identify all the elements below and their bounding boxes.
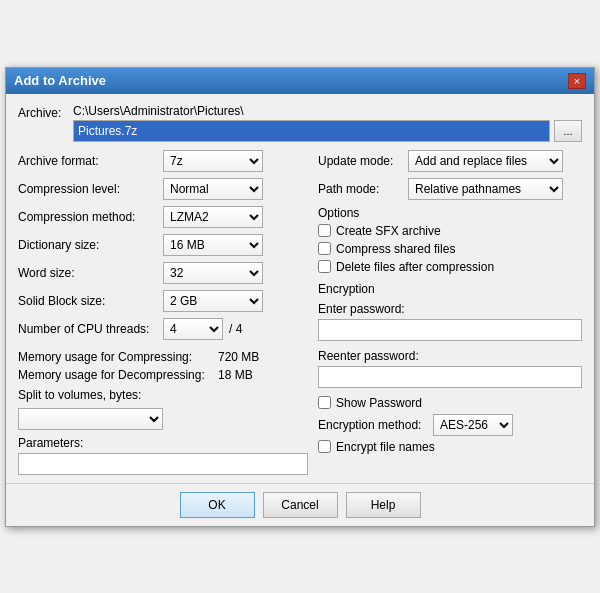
enc-method-row: Encryption method: AES-256 — [318, 414, 582, 436]
encryption-title: Encryption — [318, 282, 582, 296]
reenter-password-input[interactable] — [318, 366, 582, 388]
memory-decompress-label: Memory usage for Decompressing: — [18, 368, 218, 382]
compress-shared-row: Compress shared files — [318, 242, 582, 256]
show-password-row: Show Password — [318, 396, 582, 410]
split-row: Split to volumes, bytes: — [18, 388, 308, 402]
path-mode-row: Path mode: Relative pathnames — [318, 178, 582, 200]
archive-label: Archive: — [18, 104, 73, 120]
compression-method-label: Compression method: — [18, 210, 163, 224]
word-size-row: Word size: 32 — [18, 262, 308, 284]
cpu-threads-row: Number of CPU threads: 4 / 4 — [18, 318, 308, 340]
compress-shared-checkbox[interactable] — [318, 242, 331, 255]
main-content: Archive format: 7z Compression level: No… — [18, 150, 582, 475]
close-button[interactable]: × — [568, 73, 586, 89]
add-to-archive-dialog: Add to Archive × Archive: C:\Users\Admin… — [5, 67, 595, 527]
dictionary-size-row: Dictionary size: 16 MB — [18, 234, 308, 256]
show-password-label: Show Password — [336, 396, 422, 410]
params-label: Parameters: — [18, 436, 308, 450]
memory-decompress-row: Memory usage for Decompressing: 18 MB — [18, 368, 308, 382]
encrypt-filenames-row: Encrypt file names — [318, 440, 582, 454]
path-mode-label: Path mode: — [318, 182, 408, 196]
memory-compress-value: 720 MB — [218, 350, 259, 364]
solid-block-row: Solid Block size: 2 GB — [18, 290, 308, 312]
dictionary-size-label: Dictionary size: — [18, 238, 163, 252]
options-group: Options Create SFX archive Compress shar… — [318, 206, 582, 274]
split-select[interactable] — [18, 408, 163, 430]
enter-password-label: Enter password: — [318, 302, 582, 316]
compress-shared-label: Compress shared files — [336, 242, 455, 256]
enc-method-label: Encryption method: — [318, 418, 433, 432]
params-input[interactable] — [18, 453, 308, 475]
encryption-group: Encryption Enter password: Reenter passw… — [318, 282, 582, 454]
compression-method-row: Compression method: LZMA2 — [18, 206, 308, 228]
enter-password-input[interactable] — [318, 319, 582, 341]
update-mode-row: Update mode: Add and replace files — [318, 150, 582, 172]
right-column: Update mode: Add and replace files Path … — [318, 150, 582, 475]
split-label: Split to volumes, bytes: — [18, 388, 163, 402]
archive-combo — [73, 120, 550, 142]
help-button[interactable]: Help — [346, 492, 421, 518]
encrypt-filenames-label: Encrypt file names — [336, 440, 435, 454]
compression-level-row: Compression level: Normal — [18, 178, 308, 200]
browse-button[interactable]: ... — [554, 120, 582, 142]
left-column: Archive format: 7z Compression level: No… — [18, 150, 308, 475]
word-size-label: Word size: — [18, 266, 163, 280]
cpu-threads-of: / 4 — [229, 322, 242, 336]
compression-level-label: Compression level: — [18, 182, 163, 196]
delete-files-row: Delete files after compression — [318, 260, 582, 274]
update-mode-select[interactable]: Add and replace files — [408, 150, 563, 172]
archive-filename-input[interactable] — [73, 120, 550, 142]
options-title: Options — [318, 206, 582, 220]
dialog-content: Archive: C:\Users\Administrator\Pictures… — [6, 94, 594, 483]
compression-level-select[interactable]: Normal — [163, 178, 263, 200]
archive-right: C:\Users\Administrator\Pictures\ ... — [73, 104, 582, 142]
archive-path-text: C:\Users\Administrator\Pictures\ — [73, 104, 582, 118]
create-sfx-label: Create SFX archive — [336, 224, 441, 238]
cpu-threads-select[interactable]: 4 — [163, 318, 223, 340]
path-mode-select[interactable]: Relative pathnames — [408, 178, 563, 200]
cancel-button[interactable]: Cancel — [263, 492, 338, 518]
create-sfx-row: Create SFX archive — [318, 224, 582, 238]
params-section: Parameters: — [18, 436, 308, 475]
archive-format-row: Archive format: 7z — [18, 150, 308, 172]
title-bar: Add to Archive × — [6, 68, 594, 94]
memory-compress-row: Memory usage for Compressing: 720 MB — [18, 350, 308, 364]
delete-files-label: Delete files after compression — [336, 260, 494, 274]
button-row: OK Cancel Help — [6, 483, 594, 526]
word-size-select[interactable]: 32 — [163, 262, 263, 284]
show-password-checkbox[interactable] — [318, 396, 331, 409]
enc-method-select[interactable]: AES-256 — [433, 414, 513, 436]
archive-format-label: Archive format: — [18, 154, 163, 168]
compression-method-select[interactable]: LZMA2 — [163, 206, 263, 228]
update-mode-label: Update mode: — [318, 154, 408, 168]
solid-block-select[interactable]: 2 GB — [163, 290, 263, 312]
memory-decompress-value: 18 MB — [218, 368, 253, 382]
solid-block-label: Solid Block size: — [18, 294, 163, 308]
ok-button[interactable]: OK — [180, 492, 255, 518]
archive-format-select[interactable]: 7z — [163, 150, 263, 172]
archive-row: Archive: C:\Users\Administrator\Pictures… — [18, 104, 582, 142]
cpu-threads-label: Number of CPU threads: — [18, 322, 163, 336]
memory-compress-label: Memory usage for Compressing: — [18, 350, 218, 364]
dialog-title: Add to Archive — [14, 73, 106, 88]
archive-input-row: ... — [73, 120, 582, 142]
encrypt-filenames-checkbox[interactable] — [318, 440, 331, 453]
reenter-password-label: Reenter password: — [318, 349, 582, 363]
dictionary-size-select[interactable]: 16 MB — [163, 234, 263, 256]
create-sfx-checkbox[interactable] — [318, 224, 331, 237]
delete-files-checkbox[interactable] — [318, 260, 331, 273]
